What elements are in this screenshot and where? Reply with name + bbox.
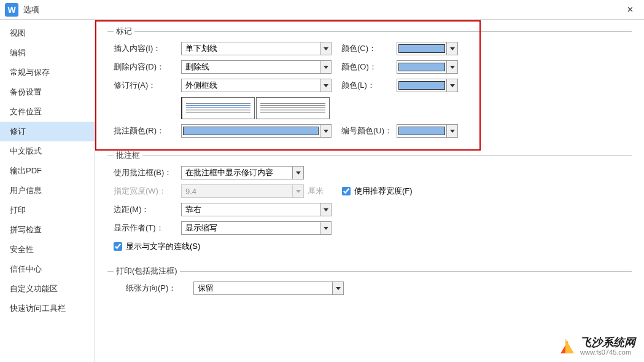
show-lines-input[interactable] bbox=[114, 242, 122, 251]
watermark-icon bbox=[561, 337, 576, 353]
chevron-down-icon bbox=[320, 61, 331, 73]
width-unit: 厘米 bbox=[308, 186, 324, 197]
sidebar-item-trust-center[interactable]: 信任中心 bbox=[0, 259, 95, 279]
chevron-down-icon bbox=[320, 203, 331, 216]
sidebar-item-quick-access[interactable]: 快速访问工具栏 bbox=[0, 299, 95, 318]
author-label: 显示作者(T)： bbox=[114, 222, 181, 234]
group-print: 打印(包括批注框) 纸张方向(P)： 保留 bbox=[107, 266, 632, 302]
group-print-legend: 打印(包括批注框) bbox=[114, 266, 180, 277]
group-balloon-legend: 批注框 bbox=[114, 150, 142, 161]
preview-pane-right bbox=[256, 97, 330, 119]
sidebar: 视图 编辑 常规与保存 备份设置 文件位置 修订 中文版式 输出PDF 用户信息… bbox=[0, 20, 95, 362]
content-panel: 标记 插入内容(I)： 单下划线 颜色(C)： 删除内容(D)： 删除线 bbox=[95, 20, 644, 362]
window-title: 选项 bbox=[23, 4, 621, 15]
color-swatch bbox=[398, 127, 445, 135]
delete-content-label: 删除内容(D)： bbox=[114, 61, 181, 73]
delete-color-combo[interactable] bbox=[397, 60, 458, 74]
sidebar-item-customize-ribbon[interactable]: 自定义功能区 bbox=[0, 279, 95, 299]
number-color-label: 编号颜色(U)： bbox=[341, 125, 397, 136]
sidebar-item-file-location[interactable]: 文件位置 bbox=[0, 102, 95, 122]
color-swatch bbox=[183, 127, 319, 135]
app-icon: W bbox=[5, 3, 18, 17]
author-combo[interactable]: 显示缩写 bbox=[181, 221, 332, 235]
sidebar-item-view[interactable]: 视图 bbox=[0, 23, 95, 43]
width-spinner: 9.4 bbox=[181, 184, 304, 198]
titlebar: W 选项 ✕ bbox=[0, 0, 644, 20]
watermark: 飞沙系统网 www.fs0745.com bbox=[561, 335, 635, 356]
group-mark: 标记 插入内容(I)： 单下划线 颜色(C)： 删除内容(D)： 删除线 bbox=[107, 26, 632, 145]
chevron-down-icon bbox=[446, 42, 457, 55]
insert-content-combo[interactable]: 单下划线 bbox=[181, 42, 332, 55]
revise-line-label: 修订行(A)： bbox=[114, 80, 181, 91]
paper-orient-label: 纸张方向(P)： bbox=[126, 283, 193, 294]
color-swatch bbox=[398, 63, 445, 71]
comment-color-label: 批注颜色(R)： bbox=[114, 125, 181, 136]
sidebar-item-edit[interactable]: 编辑 bbox=[0, 43, 95, 63]
chevron-down-icon bbox=[320, 42, 331, 55]
insert-color-combo[interactable] bbox=[397, 42, 458, 55]
sidebar-item-revision[interactable]: 修订 bbox=[0, 122, 95, 141]
watermark-url: www.fs0745.com bbox=[580, 348, 635, 356]
sidebar-item-print[interactable]: 打印 bbox=[0, 200, 95, 220]
show-lines-checkbox[interactable]: 显示与文字的连线(S) bbox=[114, 241, 200, 252]
chevron-down-icon bbox=[446, 61, 457, 73]
sidebar-item-spellcheck[interactable]: 拼写检查 bbox=[0, 220, 95, 240]
revise-color-combo[interactable] bbox=[397, 79, 458, 92]
delete-color-label: 颜色(O)： bbox=[341, 61, 397, 73]
insert-color-label: 颜色(C)： bbox=[341, 43, 397, 54]
group-balloon: 批注框 使用批注框(B)： 在批注框中显示修订内容 指定宽度(W)： 9.4 厘… bbox=[107, 150, 632, 261]
comment-color-combo[interactable] bbox=[181, 124, 332, 138]
chevron-down-icon bbox=[320, 222, 331, 234]
chevron-down-icon bbox=[446, 79, 457, 92]
chevron-down-icon bbox=[332, 282, 343, 294]
width-label: 指定宽度(W)： bbox=[114, 186, 181, 197]
watermark-title: 飞沙系统网 bbox=[580, 336, 635, 348]
sidebar-item-backup[interactable]: 备份设置 bbox=[0, 82, 95, 102]
preview-pane-left bbox=[181, 97, 255, 119]
use-balloon-combo[interactable]: 在批注框中显示修订内容 bbox=[181, 166, 304, 179]
sidebar-item-security[interactable]: 安全性 bbox=[0, 240, 95, 259]
paper-orient-combo[interactable]: 保留 bbox=[193, 281, 344, 295]
close-icon: ✕ bbox=[627, 5, 634, 14]
revise-color-label: 颜色(L)： bbox=[341, 80, 397, 91]
color-swatch bbox=[398, 44, 445, 53]
use-balloon-label: 使用批注框(B)： bbox=[114, 167, 181, 178]
recommended-width-checkbox[interactable]: 使用推荐宽度(F) bbox=[342, 186, 413, 197]
revise-line-combo[interactable]: 外侧框线 bbox=[181, 79, 332, 92]
close-button[interactable]: ✕ bbox=[621, 1, 639, 19]
margin-label: 边距(M)： bbox=[114, 204, 181, 215]
revision-preview bbox=[181, 97, 330, 119]
delete-content-combo[interactable]: 删除线 bbox=[181, 60, 332, 74]
sidebar-item-general-save[interactable]: 常规与保存 bbox=[0, 63, 95, 82]
sidebar-item-export-pdf[interactable]: 输出PDF bbox=[0, 161, 95, 181]
insert-content-label: 插入内容(I)： bbox=[114, 43, 181, 54]
chevron-down-icon bbox=[320, 79, 331, 92]
margin-combo[interactable]: 靠右 bbox=[181, 203, 332, 216]
sidebar-item-chinese-layout[interactable]: 中文版式 bbox=[0, 141, 95, 161]
recommended-width-input[interactable] bbox=[342, 187, 351, 195]
number-color-combo[interactable] bbox=[397, 124, 458, 138]
chevron-down-icon bbox=[320, 125, 331, 137]
chevron-down-icon bbox=[446, 125, 457, 137]
color-swatch bbox=[398, 81, 445, 90]
chevron-down-icon bbox=[292, 167, 303, 179]
sidebar-item-user-info[interactable]: 用户信息 bbox=[0, 181, 95, 200]
group-mark-legend: 标记 bbox=[114, 26, 134, 37]
spinner-icon bbox=[292, 185, 303, 197]
